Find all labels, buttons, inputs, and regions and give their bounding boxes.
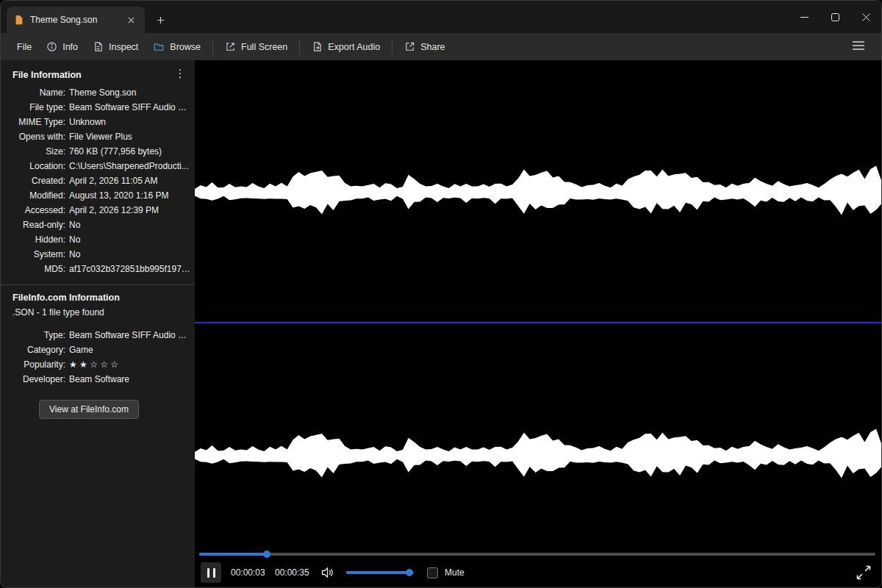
row-label: Category: [12,345,65,355]
speaker-icon[interactable] [320,565,334,580]
info-row-category: Category:Game [1,343,195,357]
view-at-fileinfo-button[interactable]: View at FileInfo.com [39,400,139,419]
player-controls: 00:00:03 00:00:35 Mute [195,562,881,584]
toolbar-full-screen[interactable]: Full Screen [218,37,295,57]
info-row-hidden: Hidden:No [1,232,195,247]
row-value: Theme Song.son [69,87,190,98]
more-options-icon[interactable]: ⋮ [173,67,187,82]
inspect-document-icon [93,41,104,52]
row-label: Hidden: [12,234,65,245]
toolbar-full-screen-label: Full Screen [241,42,287,52]
mute-checkbox[interactable] [427,567,438,578]
toolbar-info[interactable]: Info [39,37,85,57]
row-value: April 2, 2026 11:05 AM [69,176,190,186]
info-row-location: Location:C:\Users\SharpenedProducti... [1,159,195,173]
info-icon [46,41,57,52]
toolbar-file[interactable]: File [10,37,39,57]
tab-theme-song[interactable]: Theme Song.son [7,7,145,33]
toolbar-export-audio-label: Export Audio [328,42,380,52]
waveform-right-channel [195,429,882,478]
fileinfo-com-heading: FileInfo.com Information [1,293,195,303]
info-row-modified: Modified:August 13, 2020 1:16 PM [1,188,195,203]
browse-folder-icon [153,41,165,52]
fileinfo-com-rows: Type:Beam Software SIFF Audio File Categ… [1,328,195,387]
row-value: C:\Users\SharpenedProducti... [69,161,190,171]
minimize-button[interactable] [789,1,820,33]
toolbar-share-label: Share [420,42,445,52]
info-row-size: Size:760 KB (777,956 bytes) [1,144,195,159]
mute-label[interactable]: Mute [445,567,465,578]
row-value: 760 KB (777,956 bytes) [69,146,190,157]
audio-viewer: 00:00:03 00:00:35 Mute [195,60,881,587]
toolbar-share[interactable]: Share [397,37,452,57]
row-label: MD5: [12,264,65,274]
toolbar-separator [392,40,392,54]
toolbar-inspect-label: Inspect [109,42,138,52]
toolbar: File Info Inspect Browse Full Screen [1,33,881,60]
sidebar-divider [1,284,195,285]
seek-progress [199,553,267,556]
sidebar: File Information ⋮ Name:Theme Song.son F… [1,60,195,587]
row-value: Unknown [69,117,190,127]
toolbar-export-audio[interactable]: Export Audio [304,37,387,57]
volume-fill [346,571,409,574]
toolbar-file-label: File [17,42,32,52]
pause-button[interactable] [201,562,221,583]
info-row-system: System:No [1,247,195,262]
row-value: af17c032b372851bb995f197a... [69,264,190,274]
pause-icon [207,568,209,578]
close-button[interactable] [850,1,881,33]
file-icon [14,15,24,25]
seek-bar[interactable] [199,553,875,556]
row-value: Beam Software SIFF Audio File [69,330,190,340]
toolbar-info-label: Info [62,42,78,52]
row-label: Developer: [12,374,65,384]
row-label: Accessed: [12,205,65,215]
waveform-display [195,60,882,588]
export-audio-icon [312,41,323,52]
info-row-developer: Developer:Beam Software [1,372,195,387]
total-time: 00:00:35 [275,567,309,578]
toolbar-browse[interactable]: Browse [146,37,208,57]
row-label: Name: [12,87,65,98]
tab-close-icon[interactable] [124,13,137,26]
row-value: Beam Software SIFF Audio Fil... [69,102,190,112]
share-icon [404,41,415,52]
fullscreen-button[interactable] [855,564,872,581]
toolbar-browse-label: Browse [170,42,201,52]
row-label: Read-only: [12,220,65,230]
row-value: No [69,220,190,230]
row-value: No [69,234,190,245]
info-row-read-only: Read-only:No [1,218,195,232]
info-row-created: Created:April 2, 2026 11:05 AM [1,173,195,188]
row-value: No [69,249,190,259]
info-row-opens-with: Opens with:File Viewer Plus [1,129,195,144]
new-tab-button[interactable] [152,12,168,28]
app-window: Theme Song.son File [0,0,882,588]
row-label: Type: [12,330,65,340]
tab-title: Theme Song.son [30,15,124,25]
row-label: Location: [12,161,65,171]
channel-divider-line [195,322,881,323]
hamburger-icon [852,40,865,54]
hamburger-menu-button[interactable] [845,36,872,58]
info-row-file-type: File type:Beam Software SIFF Audio Fil..… [1,100,195,115]
row-label: Size: [12,146,65,157]
info-row-type: Type:Beam Software SIFF Audio File [1,328,195,343]
row-value: August 13, 2020 1:16 PM [69,190,190,201]
waveform-left-channel [195,166,882,215]
seek-handle[interactable] [263,551,270,558]
info-row-accessed: Accessed:April 2, 2026 12:39 PM [1,203,195,218]
window-controls [789,1,881,33]
full-screen-icon [225,41,236,52]
volume-handle[interactable] [406,569,413,576]
toolbar-inspect[interactable]: Inspect [85,37,146,57]
row-label: Modified: [12,190,65,201]
row-label: File type: [12,102,65,112]
info-row-popularity: Popularity:★ ★ ☆ ☆ ☆ [1,357,195,372]
maximize-button[interactable] [820,1,850,33]
volume-slider[interactable] [346,571,414,574]
toolbar-separator [299,40,300,54]
toolbar-separator [212,40,213,54]
info-row-name: Name:Theme Song.son [1,85,195,100]
